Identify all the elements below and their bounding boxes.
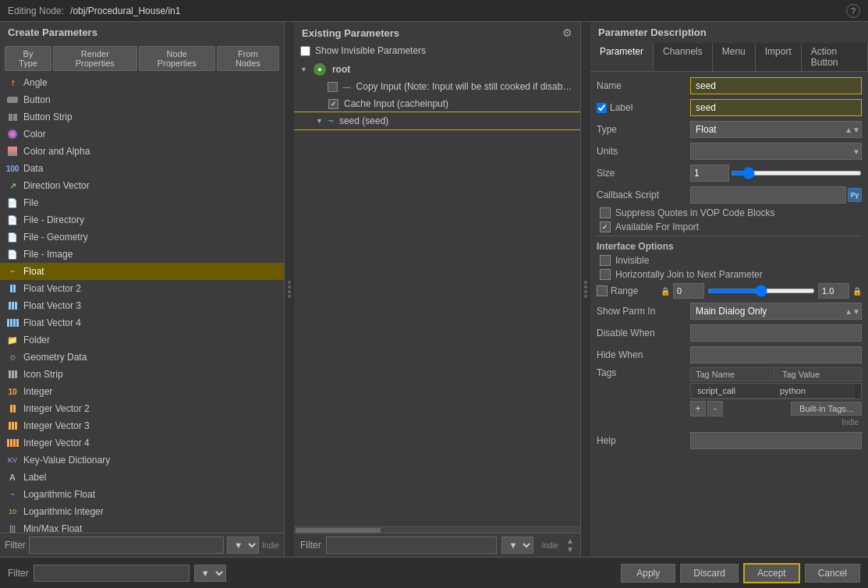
middle-scrollbar-h[interactable] [294, 526, 580, 533]
tree-item-2[interactable]: ▼~seed (seed) [294, 112, 580, 129]
list-item-kvdict[interactable]: KVKey-Value Dictionary [0, 452, 284, 469]
intvec2-icon [6, 402, 19, 415]
range-checkbox[interactable] [597, 285, 608, 296]
discard-btn[interactable]: Discard [680, 564, 739, 583]
units-select[interactable] [690, 143, 862, 160]
filter-label-middle: Filter [300, 540, 321, 551]
list-item-label-kvdict: Key-Value Dictionary [23, 455, 110, 466]
float-icon-2: ~ [328, 115, 334, 126]
left-mid-separator[interactable] [285, 22, 294, 557]
divider-1 [597, 236, 862, 236]
label-checkbox[interactable] [597, 103, 607, 113]
tag-value-col-header: Tag Value [777, 367, 862, 381]
tab-node-properties[interactable]: Node Properties [139, 46, 215, 71]
list-item-intvec2[interactable]: Integer Vector 2 [0, 400, 284, 417]
list-item-floatvec3[interactable]: Float Vector 3 [0, 297, 284, 314]
add-tag-btn[interactable]: + [690, 401, 706, 416]
list-item-fileimage[interactable]: 📄File - Image [0, 246, 284, 263]
list-item-filegeo[interactable]: 📄File - Geometry [0, 228, 284, 246]
list-item-minmaxfloat[interactable]: [|]Min/Max Float [0, 520, 284, 533]
range-min-input[interactable] [673, 283, 704, 299]
tree-checkbox-1[interactable]: ✓ [328, 99, 338, 109]
tree-item-0[interactable]: —Copy Input (Note: Input will be still c… [294, 78, 580, 95]
horizontal-join-checkbox[interactable] [600, 269, 611, 280]
size-slider[interactable] [731, 171, 862, 175]
callback-row: Callback Script Py [597, 186, 862, 204]
tags-scrollbar[interactable] [855, 384, 861, 398]
help-button[interactable]: ? [846, 4, 860, 18]
label-input[interactable] [690, 99, 862, 116]
help-input[interactable] [690, 432, 862, 449]
middle-footer: Filter ▼ Indie ▲ ▼ [294, 533, 580, 557]
scroll-up-arrow[interactable]: ▲ [566, 537, 574, 545]
tab-menu[interactable]: Menu [713, 43, 756, 71]
invisible-checkbox[interactable] [600, 255, 611, 266]
list-item-label[interactable]: ALabel [0, 469, 284, 486]
list-item-direction[interactable]: ↗Direction Vector [0, 177, 284, 194]
suppress-checkbox[interactable] [600, 207, 611, 218]
list-item-coloralpha[interactable]: Color and Alpha [0, 143, 284, 160]
tags-row-item[interactable]: script_call python [691, 384, 861, 398]
gear-icon[interactable]: ⚙ [562, 27, 572, 39]
list-item-integer[interactable]: 10Integer [0, 383, 284, 400]
horizontal-join-label: Horizontally Join to Next Parameter [615, 269, 763, 280]
list-item-button[interactable]: Button [0, 91, 284, 108]
tab-render-properties[interactable]: Render Properties [53, 46, 137, 71]
list-item-logfloat[interactable]: ~Logarithmic Float [0, 486, 284, 503]
list-item-logint[interactable]: 10Logarithmic Integer [0, 503, 284, 520]
name-input[interactable] [690, 77, 862, 94]
tab-channels[interactable]: Channels [654, 43, 713, 71]
list-item-geodata[interactable]: ◇Geometry Data [0, 349, 284, 366]
list-item-buttonstrip[interactable]: Button Strip [0, 108, 284, 126]
disable-when-input[interactable] [690, 324, 862, 342]
available-import-checkbox[interactable]: ✓ [600, 221, 611, 232]
show-invisible-checkbox[interactable] [300, 46, 310, 56]
range-slider[interactable] [707, 289, 815, 293]
list-item-color[interactable]: Color [0, 126, 284, 143]
list-item-file[interactable]: 📄File [0, 194, 284, 211]
filter-input-footer[interactable] [34, 565, 190, 582]
scroll-arrows[interactable]: ▲ ▼ [566, 537, 574, 554]
apply-btn[interactable]: Apply [621, 564, 675, 583]
tree-item-root[interactable]: ▼ ● root [294, 61, 580, 78]
tree-item-1[interactable]: ✓Cache Input (cacheinput) [294, 95, 580, 112]
show-parm-select[interactable]: Main Dialog Only [690, 303, 862, 320]
list-item-folder[interactable]: 📁Folder [0, 331, 284, 349]
builtin-tags-btn[interactable]: Built-in Tags... [791, 402, 862, 416]
scroll-down-arrow[interactable]: ▼ [566, 545, 574, 554]
callback-input[interactable] [690, 186, 846, 204]
floatvec4-icon [6, 317, 19, 329]
cancel-btn[interactable]: Cancel [805, 564, 860, 583]
list-item-intvec3[interactable]: Integer Vector 3 [0, 417, 284, 434]
type-select[interactable]: Float [690, 121, 862, 138]
list-item-floatvec4[interactable]: Float Vector 4 [0, 314, 284, 331]
parameter-type-list[interactable]: ↗AngleButtonButton StripColorColor and A… [0, 74, 284, 533]
tab-import[interactable]: Import [756, 43, 802, 71]
list-item-iconstrip[interactable]: Icon Strip [0, 366, 284, 383]
list-item-angle[interactable]: ↗Angle [0, 74, 284, 91]
size-input[interactable] [690, 165, 729, 182]
tab-from-nodes[interactable]: From Nodes [217, 46, 279, 71]
mid-right-separator[interactable] [581, 22, 590, 557]
accept-btn[interactable]: Accept [743, 563, 800, 583]
filter-dropdown-middle[interactable]: ▼ [501, 537, 533, 554]
tree-checkbox-0[interactable] [328, 82, 338, 92]
range-lock-right: 🔒 [852, 287, 862, 296]
filter-input-middle[interactable] [326, 537, 498, 554]
range-max-input[interactable] [818, 283, 849, 299]
filter-input-left[interactable] [29, 537, 225, 554]
file-icon: 📄 [6, 197, 19, 209]
filter-dropdown-left[interactable]: ▼ [227, 537, 259, 554]
list-item-data[interactable]: 100Data [0, 160, 284, 177]
list-item-filedir[interactable]: 📄File - Directory [0, 211, 284, 228]
python-btn[interactable]: Py [848, 188, 862, 202]
tab-parameter[interactable]: Parameter [590, 43, 654, 71]
list-item-intvec4[interactable]: Integer Vector 4 [0, 434, 284, 452]
tab-by-type[interactable]: By Type [5, 46, 51, 71]
list-item-float[interactable]: ~Float [0, 263, 284, 280]
hide-when-input[interactable] [690, 346, 862, 363]
remove-tag-btn[interactable]: - [707, 401, 723, 416]
tab-action-button[interactable]: Action Button [802, 43, 868, 71]
list-item-floatvec2[interactable]: Float Vector 2 [0, 280, 284, 297]
filter-dropdown-footer[interactable]: ▼ [194, 565, 226, 582]
